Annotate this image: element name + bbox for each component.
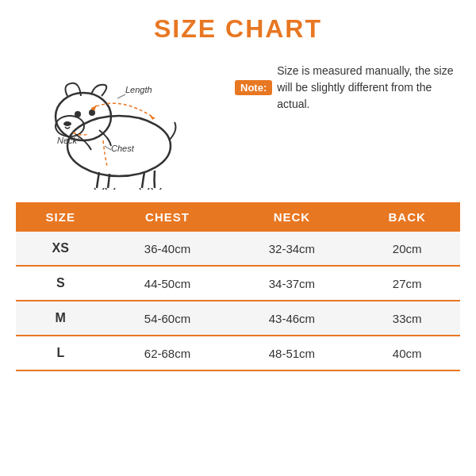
col-neck: NECK: [229, 202, 354, 232]
note-label: Note:: [235, 80, 272, 95]
svg-point-3: [75, 111, 81, 117]
cell-chest: 44-50cm: [106, 266, 230, 301]
page-container: SIZE CHART: [0, 0, 476, 476]
cell-back: 40cm: [354, 336, 460, 370]
svg-point-5: [63, 121, 71, 126]
table-row: S44-50cm34-37cm27cm: [16, 266, 460, 301]
dog-illustration: Length Chest Neck: [16, 55, 222, 190]
note-box: Note: Size is measured manually, the siz…: [235, 63, 460, 113]
cell-neck: 34-37cm: [229, 266, 354, 301]
col-back: BACK: [354, 202, 460, 232]
cell-chest: 36-40cm: [106, 232, 230, 266]
svg-text:Neck: Neck: [57, 136, 78, 145]
table-row: L62-68cm48-51cm40cm: [16, 336, 460, 370]
cell-size: M: [16, 301, 106, 336]
svg-line-12: [105, 146, 111, 150]
cell-back: 20cm: [354, 232, 460, 266]
top-section: Length Chest Neck Note: Size is measured…: [16, 55, 460, 190]
cell-back: 27cm: [354, 266, 460, 301]
svg-marker-6: [149, 114, 155, 120]
cell-chest: 54-60cm: [106, 301, 230, 336]
note-section: Note: Size is measured manually, the siz…: [222, 55, 460, 117]
cell-size: XS: [16, 232, 106, 266]
table-header: SIZE CHEST NECK BACK: [16, 202, 460, 232]
cell-size: L: [16, 336, 106, 370]
col-chest: CHEST: [106, 202, 230, 232]
note-text: Size is measured manually, the size will…: [277, 63, 460, 113]
cell-back: 33cm: [354, 301, 460, 336]
page-title: SIZE CHART: [154, 14, 322, 44]
cell-neck: 43-46cm: [229, 301, 354, 336]
svg-text:Chest: Chest: [111, 144, 135, 153]
cell-neck: 32-34cm: [229, 232, 354, 266]
table-body: XS36-40cm32-34cm20cmS44-50cm34-37cm27cmM…: [16, 232, 460, 370]
table-row: M54-60cm43-46cm33cm: [16, 301, 460, 336]
size-table: SIZE CHEST NECK BACK XS36-40cm32-34cm20c…: [16, 202, 460, 371]
svg-text:Length: Length: [125, 85, 152, 94]
table-row: XS36-40cm32-34cm20cm: [16, 232, 460, 266]
svg-line-11: [117, 94, 125, 98]
col-size: SIZE: [16, 202, 106, 232]
cell-neck: 48-51cm: [229, 336, 354, 370]
cell-chest: 62-68cm: [106, 336, 230, 370]
cell-size: S: [16, 266, 106, 301]
